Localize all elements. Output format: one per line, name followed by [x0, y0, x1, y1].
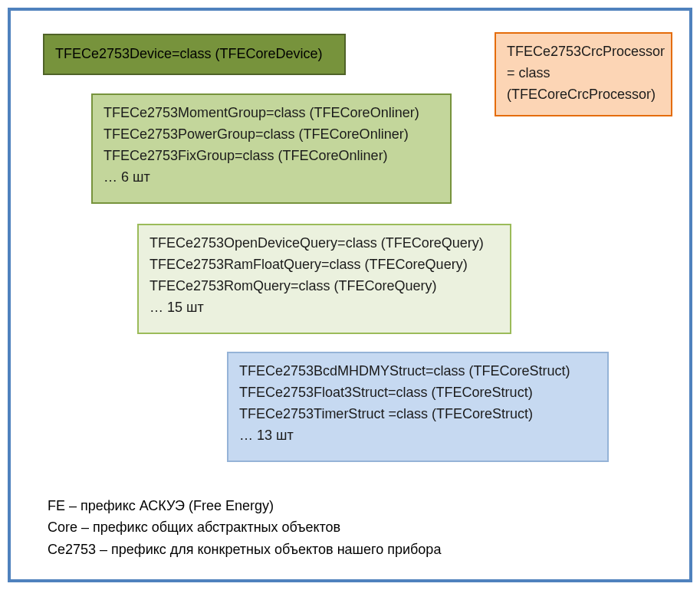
groups-line-4: … 6 шт — [104, 167, 439, 188]
diagram-frame: TFECe2753Device=class (TFECoreDevice) TF… — [8, 8, 692, 582]
structs-line-2: TFECe2753Float3Struct=class (TFECoreStru… — [239, 382, 596, 404]
groups-line-2: TFECe2753PowerGroup=class (TFECoreOnline… — [104, 124, 439, 146]
queries-line-2: TFECe2753RamFloatQuery=class (TFECoreQue… — [150, 254, 499, 276]
crc-line-1: TFECe2753CrcProcessor — [507, 41, 660, 63]
legend-line-3: Ce2753 – префикс для конкретных объектов… — [48, 539, 441, 561]
structs-line-1: TFECe2753BcdMHDMYStruct=class (TFECoreSt… — [239, 361, 596, 382]
groups-line-1: TFECe2753MomentGroup=class (TFECoreOnlin… — [104, 103, 439, 124]
queries-box: TFECe2753OpenDeviceQuery=class (TFECoreQ… — [137, 224, 511, 334]
crc-processor-box: TFECe2753CrcProcessor = class (TFECoreCr… — [495, 32, 672, 116]
device-line-1: TFECe2753Device=class (TFECoreDevice) — [55, 44, 323, 65]
legend-line-1: FE – префикс АСКУЭ (Free Energy) — [48, 495, 441, 517]
device-class-box: TFECe2753Device=class (TFECoreDevice) — [43, 34, 346, 75]
crc-line-3: (TFECoreCrcProcessor) — [507, 84, 660, 106]
structs-box: TFECe2753BcdMHDMYStruct=class (TFECoreSt… — [227, 352, 609, 462]
queries-line-3: TFECe2753RomQuery=class (TFECoreQuery) — [150, 276, 499, 297]
structs-line-3: TFECe2753TimerStruct =class (TFECoreStru… — [239, 404, 596, 425]
queries-line-4: … 15 шт — [150, 297, 499, 319]
legend-line-2: Core – префикс общих абстрактных объекто… — [48, 516, 441, 539]
queries-line-1: TFECe2753OpenDeviceQuery=class (TFECoreQ… — [150, 233, 499, 254]
structs-line-4: … 13 шт — [239, 425, 596, 447]
groups-box: TFECe2753MomentGroup=class (TFECoreOnlin… — [91, 93, 452, 204]
groups-line-3: TFECe2753FixGroup=class (TFECoreOnliner) — [104, 146, 439, 167]
legend: FE – префикс АСКУЭ (Free Energy) Core – … — [48, 495, 441, 561]
crc-line-2: = class — [507, 63, 660, 84]
